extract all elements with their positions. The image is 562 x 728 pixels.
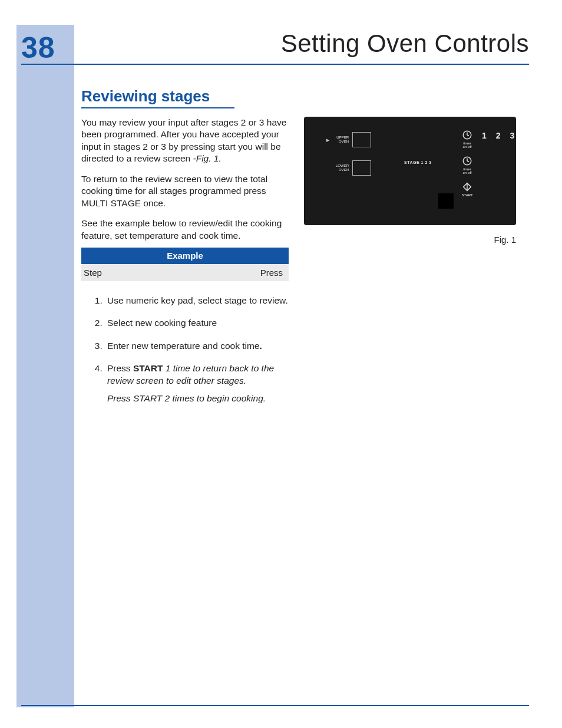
step-3-period: . (259, 341, 262, 351)
step-1: Use numeric key pad, select stage to rev… (105, 295, 289, 307)
start-diamond-icon (462, 182, 472, 192)
upper-oven-box (352, 132, 371, 147)
step-2: Select new cooking feature (105, 317, 289, 329)
digit-3: 3 (510, 131, 515, 140)
panel-icon-column: timer on-off timer on-off START (457, 130, 477, 204)
figure-caption: Fig. 1 (304, 235, 516, 245)
timer-label-2: timer on-off (457, 167, 477, 174)
example-col-press: Press (260, 268, 283, 278)
timer-label-1: timer on-off (457, 141, 477, 149)
clock-icon (462, 156, 472, 166)
example-column-row: Step Press (81, 264, 289, 281)
clock-icon (462, 130, 472, 140)
page-number: 38 (21, 31, 55, 65)
caret-icon: ▶ (326, 138, 329, 143)
example-header: Example (81, 248, 289, 264)
svg-line-5 (467, 161, 469, 162)
example-table: Example Step Press (81, 248, 289, 281)
start-highlight-box (438, 193, 454, 209)
step-4-line2: Press START 2 times to begin cooking. (107, 393, 266, 403)
digit-2: 2 (496, 131, 501, 140)
paragraph-1-text: You may review your input after stages 2… (81, 117, 286, 163)
step-3-text: Enter new temperature and cook time (107, 341, 259, 351)
page-bottom-rule (21, 705, 529, 706)
steps-list: Use numeric key pad, select stage to rev… (81, 295, 289, 416)
digit-1: 1 (482, 131, 487, 140)
figure-reference: -Fig. 1. (193, 153, 222, 163)
start-label: START (457, 193, 477, 197)
title-underline (21, 64, 529, 65)
timer-icon-block-2: timer on-off (457, 156, 477, 174)
body-text-block: You may review your input after stages 2… (81, 117, 289, 250)
upper-oven-label: UPPER OVEN (332, 136, 349, 143)
step-3: Enter new temperature and cook time. (105, 340, 289, 352)
oven-selectors: ▶ UPPER OVEN LOWER OVEN (332, 132, 371, 189)
step-4: Press START 1 time to return back to the… (105, 363, 289, 404)
stage-indicator: STAGE 1 2 3 (404, 160, 432, 164)
lower-oven-label: LOWER OVEN (332, 164, 349, 172)
step-4-prefix: Press (107, 363, 133, 373)
section-heading: Reviewing stages (81, 87, 210, 106)
page-sidebar (16, 25, 74, 707)
paragraph-2: To return to the review screen to view t… (81, 173, 289, 209)
lower-oven-row: LOWER OVEN (332, 160, 371, 176)
start-icon-block: START (457, 182, 477, 197)
upper-oven-row: UPPER OVEN (332, 132, 371, 147)
svg-line-2 (467, 135, 469, 136)
example-col-step: Step (84, 268, 102, 278)
lower-oven-box (352, 160, 371, 176)
timer-icon-block-1: timer on-off (457, 130, 477, 149)
keypad-digits: 1 2 3 (482, 131, 514, 140)
section-underline (81, 107, 234, 108)
paragraph-1: You may review your input after stages 2… (81, 117, 289, 165)
document-title: Setting Oven Controls (281, 29, 529, 58)
paragraph-3: See the example below to review/edit the… (81, 218, 289, 242)
oven-control-panel-figure: ▶ UPPER OVEN LOWER OVEN STAGE 1 2 3 time… (304, 117, 516, 225)
step-4-start-word: START (133, 363, 163, 373)
